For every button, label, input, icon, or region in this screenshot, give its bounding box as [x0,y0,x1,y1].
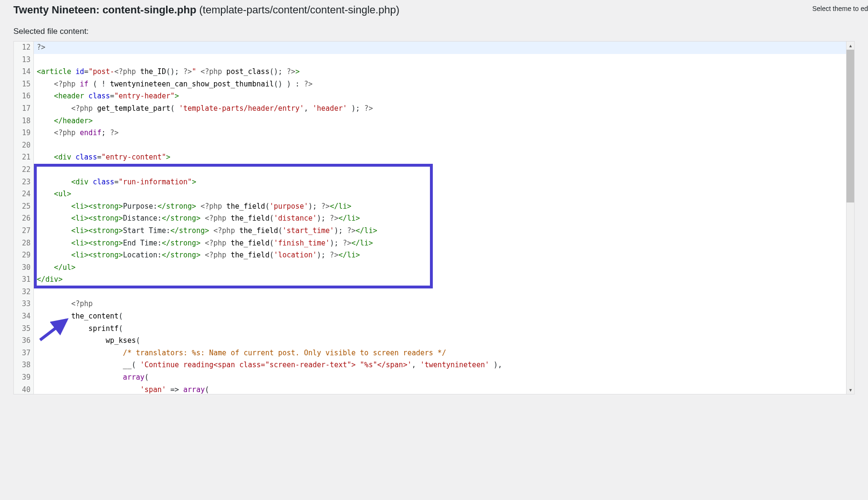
line-number: 33 [14,298,33,310]
code-line: </ul> [34,262,854,274]
line-number: 17 [14,103,33,115]
code-line: 'span' => array( [34,384,854,394]
line-number: 19 [14,127,33,139]
code-line: wp_kses( [34,335,854,347]
code-line [34,286,854,298]
code-line: the_content( [34,310,854,323]
page-title: Twenty Nineteen: content-single.php (tem… [13,4,855,16]
line-number: 31 [14,274,33,286]
selected-file-label: Selected file content: [0,18,868,41]
code-line: </header> [34,115,854,128]
line-number: 27 [14,225,33,237]
line-number: 36 [14,335,33,347]
code-line: <?php get_template_part( 'template-parts… [34,103,854,115]
theme-name: Twenty Nineteen: [13,4,103,16]
code-line: <li><strong>Distance:</strong> <?php the… [34,213,854,225]
line-gutter: 1213141516171819202122232425262728293031… [14,42,34,394]
code-line: __( 'Continue reading<span class="screen… [34,359,854,372]
line-number: 15 [14,78,33,91]
line-number: 32 [14,286,33,298]
line-number: 26 [14,213,33,225]
line-number: 21 [14,151,33,164]
code-line [34,139,854,152]
code-line: <?php [34,298,854,310]
file-path: (template-parts/content/content-single.p… [199,4,399,16]
code-line: <div class="entry-content"> [34,151,854,164]
line-number: 23 [14,176,33,189]
line-number: 34 [14,310,33,323]
code-line: <ul> [34,188,854,201]
scroll-up-button[interactable]: ▲ [847,42,855,50]
file-name: content-single.php [103,4,199,16]
line-number: 12 [14,42,33,54]
code-line [34,54,854,66]
line-number: 14 [14,66,33,78]
line-number: 38 [14,359,33,372]
code-line: <li><strong>Start Time:</strong> <?php t… [34,225,854,237]
line-number: 29 [14,249,33,262]
code-line: <?php if ( ! twentynineteen_can_show_pos… [34,78,854,91]
line-number: 18 [14,115,33,128]
theme-select-label: Select theme to ed [812,5,868,12]
code-line: <li><strong>Purpose:</strong> <?php the_… [34,201,854,213]
code-line: <?php endif; ?> [34,127,854,139]
code-line: <li><strong>End Time:</strong> <?php the… [34,237,854,250]
line-number: 40 [14,384,33,394]
code-line [34,164,854,176]
line-number: 22 [14,164,33,176]
code-line: array( [34,372,854,384]
code-line: </div> [34,274,854,286]
line-number: 35 [14,323,33,335]
code-line: sprintf( [34,323,854,335]
line-number: 20 [14,139,33,152]
code-lines: ?> <article id="post-<?php the_ID(); ?>"… [34,42,854,394]
line-number: 37 [14,347,33,360]
page-header: Twenty Nineteen: content-single.php (tem… [0,0,868,18]
code-line: <header class="entry-header"> [34,90,854,103]
scroll-down-button[interactable]: ▼ [847,386,855,394]
line-number: 24 [14,188,33,201]
code-line: <article id="post-<?php the_ID(); ?>" <?… [34,66,854,78]
code-line: ?> [34,42,854,54]
line-number: 13 [14,54,33,66]
code-line: <div class="run-information"> [34,176,854,189]
line-number: 30 [14,262,33,274]
code-line: /* translators: %s: Name of current post… [34,347,854,360]
line-number: 16 [14,90,33,103]
scroll-thumb[interactable] [847,50,855,202]
code-line: <li><strong>Location:</strong> <?php the… [34,249,854,262]
line-number: 39 [14,372,33,384]
line-number: 25 [14,201,33,213]
code-editor[interactable]: 1213141516171819202122232425262728293031… [13,41,855,394]
line-number: 28 [14,237,33,250]
scrollbar-vertical[interactable]: ▲ ▼ [846,42,854,394]
code-area[interactable]: ?> <article id="post-<?php the_ID(); ?>"… [34,42,854,394]
